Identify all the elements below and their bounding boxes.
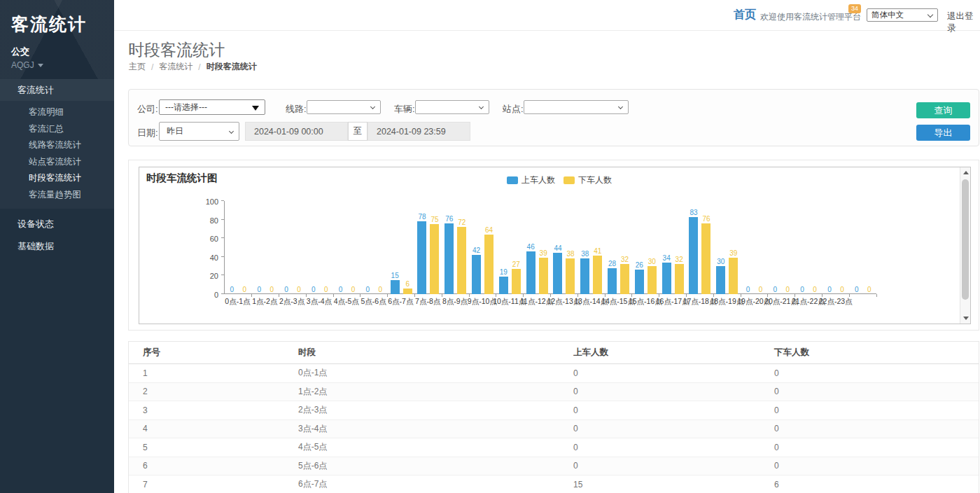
table-row[interactable]: 43点-4点00 [129, 420, 979, 439]
x-axis-label: 5点-6点 [360, 297, 386, 307]
bar-column: 46 [526, 243, 536, 294]
bar[interactable] [620, 264, 629, 294]
bar[interactable] [499, 277, 508, 294]
bar[interactable] [417, 221, 426, 294]
x-axis-label-cell: 12点-13点 [550, 297, 578, 307]
x-axis-label-cell: 13点-14点 [578, 297, 605, 307]
bar-group: 7672 [442, 201, 469, 294]
bar[interactable] [553, 253, 562, 294]
bar[interactable] [430, 224, 439, 294]
bar[interactable] [526, 251, 536, 294]
org-name: 公交 [11, 46, 114, 58]
bar-column: 38 [566, 250, 575, 294]
line-label: 线路: [286, 103, 307, 116]
sidebar-subitem[interactable]: 站点客流统计 [0, 154, 114, 171]
table-cell: 0 [774, 461, 979, 471]
filter-panel: 公司: ---请选择--- 线路: 车辆: 站点: 日期: 昨日 2024-01… [128, 89, 979, 146]
legend-label: 上车人数 [522, 174, 555, 186]
bar[interactable] [444, 223, 454, 294]
bar[interactable] [635, 270, 644, 294]
sidebar-item[interactable]: 设备状态 [0, 214, 114, 235]
table-cell: 15 [573, 480, 774, 489]
dropdown-arrow-icon [252, 106, 259, 111]
table-row[interactable]: 54点-5点00 [129, 438, 979, 457]
vehicle-select[interactable] [415, 100, 489, 114]
bar-value-label: 75 [430, 216, 438, 223]
date-preset-select[interactable]: 昨日 [159, 122, 239, 141]
home-link[interactable]: 首页 [734, 8, 756, 22]
sidebar-subitem[interactable]: 客流明细 [0, 104, 114, 121]
bar[interactable] [689, 217, 698, 294]
bar[interactable] [457, 227, 466, 294]
sidebar-subitem[interactable]: 时段客流统计 [0, 170, 114, 187]
x-axis-label-cell: 7点-8点 [414, 297, 442, 307]
table-row[interactable]: 21点-2点00 [129, 383, 979, 402]
sidebar-subitem[interactable]: 客流量趋势图 [0, 187, 114, 204]
sidebar-item[interactable]: 基础数据 [0, 236, 114, 257]
table-cell: 0 [573, 461, 774, 471]
table-row[interactable]: 32点-3点00 [129, 401, 979, 420]
date-to-input[interactable]: 2024-01-09 23:59 [368, 122, 470, 141]
bar-column: 0 [743, 286, 752, 294]
bar-column: 64 [484, 226, 493, 294]
x-axis-label: 2点-3点 [279, 297, 304, 307]
bar-value-label: 32 [676, 256, 683, 263]
bar[interactable] [593, 256, 602, 294]
x-axis-label-cell: 20点-21点 [768, 297, 795, 307]
table-cell: 0 [774, 424, 979, 433]
scrollbar-thumb[interactable] [962, 179, 969, 300]
table-row[interactable]: 65点-6点00 [129, 457, 979, 476]
sidebar-subitem[interactable]: 客流汇总 [0, 121, 114, 138]
date-from-input[interactable]: 2024-01-09 00:00 [245, 122, 348, 141]
export-button[interactable]: 导出 [916, 125, 970, 141]
bar[interactable] [729, 258, 738, 294]
language-select[interactable]: 简体中文 [867, 8, 938, 22]
bar[interactable] [662, 263, 671, 294]
bar[interactable] [648, 266, 657, 294]
bar-column: 0 [349, 286, 358, 294]
bar[interactable] [566, 258, 575, 294]
station-select[interactable] [524, 100, 629, 114]
table-header-cell: 序号 [143, 347, 298, 359]
bar[interactable] [484, 235, 493, 294]
org-code-dropdown[interactable]: AQGJ [11, 60, 114, 70]
bar-value-label: 27 [512, 261, 520, 268]
notification-badge[interactable]: 34 [848, 4, 861, 13]
sidebar-section-passenger-stats[interactable]: 客流统计 [0, 80, 114, 101]
bar[interactable] [539, 258, 548, 294]
bar[interactable] [512, 269, 521, 294]
bar[interactable] [391, 280, 400, 294]
table-cell: 1 [143, 368, 298, 378]
bar-column: 0 [227, 286, 237, 294]
table-row[interactable]: 76点-7点156 [129, 475, 979, 493]
chart-scrollbar[interactable] [960, 167, 970, 324]
logout-link[interactable]: 退出登录 [947, 11, 980, 34]
bar[interactable] [403, 289, 412, 294]
bar-value-label: 38 [566, 250, 574, 258]
x-axis-label-cell: 11点-12点 [523, 297, 550, 307]
query-button[interactable]: 查询 [916, 102, 970, 118]
bar-value-label: 72 [458, 218, 465, 226]
bar[interactable] [580, 258, 589, 294]
sidebar-subitem[interactable]: 线路客流统计 [0, 137, 114, 154]
bar[interactable] [716, 266, 725, 294]
table-header-cell: 上车人数 [573, 347, 774, 359]
bar[interactable] [701, 223, 710, 294]
bar[interactable] [472, 255, 481, 294]
caret-down-icon [38, 64, 43, 67]
bar[interactable] [675, 264, 684, 294]
scrollbar-down-arrow[interactable] [960, 313, 971, 324]
x-axis-label: 8点-9点 [442, 297, 468, 307]
x-axis-label-cell: 21点-22点 [794, 297, 822, 307]
table-row[interactable]: 10点-1点00 [129, 364, 979, 383]
table-cell: 3点-4点 [298, 423, 573, 435]
data-table: 序号时段上车人数下车人数 10点-1点0021点-2点0032点-3点0043点… [128, 341, 979, 493]
breadcrumb-link[interactable]: 客流统计 [159, 61, 192, 73]
company-select[interactable]: ---请选择--- [159, 99, 265, 115]
line-select[interactable] [307, 100, 381, 114]
scrollbar-up-arrow[interactable] [960, 167, 971, 178]
bar-column: 32 [620, 256, 629, 294]
breadcrumb-link[interactable]: 主页 [129, 61, 146, 73]
chevron-down-icon [229, 129, 234, 134]
bar[interactable] [608, 268, 617, 294]
